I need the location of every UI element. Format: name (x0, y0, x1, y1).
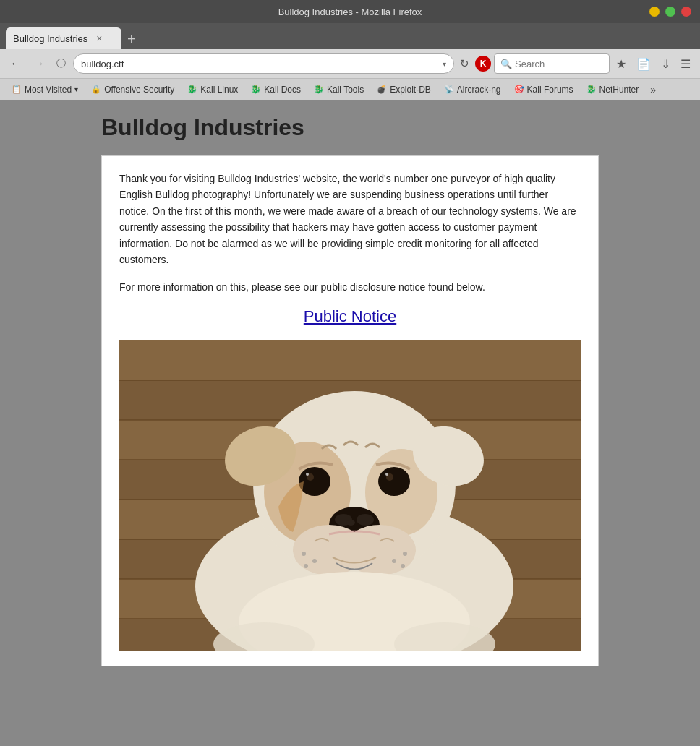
bookmarks-bar: 📋 Most Visited ▾ 🔒 Offensive Security 🐉 … (0, 78, 700, 100)
bookmark-aircrack-label: Aircrack-ng (457, 85, 501, 95)
back-button[interactable]: ← (6, 54, 26, 73)
maximize-button[interactable] (665, 7, 675, 17)
minimize-button[interactable] (649, 7, 660, 17)
download-button[interactable]: ⇓ (657, 54, 674, 74)
forward-button[interactable]: → (29, 54, 49, 73)
close-button[interactable] (681, 7, 691, 17)
most-visited-arrow: ▾ (74, 85, 78, 93)
bookmark-exploit-db-label: Exploit-DB (390, 85, 431, 95)
svg-point-22 (299, 467, 330, 496)
svg-point-30 (357, 514, 374, 526)
reader-view-button[interactable]: 📄 (633, 54, 654, 74)
offensive-security-icon: 🔒 (91, 85, 101, 95)
nav-bar: ← → ⓘ ▾ ↻ K 🔍 ★ 📄 ⇓ ☰ (0, 49, 700, 78)
bookmark-nethunter[interactable]: 🐉 NetHunter (581, 82, 645, 97)
window-title: Bulldog Industries - Mozilla Firefox (278, 7, 422, 17)
svg-point-23 (378, 467, 410, 496)
tab-close-button[interactable]: × (93, 32, 105, 45)
aircrack-icon: 📡 (444, 85, 454, 95)
page-content: Bulldog Industries Thank you for visitin… (0, 114, 700, 732)
content-box: Thank you for visiting Bulldog Industrie… (101, 155, 599, 666)
bookmark-kali-forums[interactable]: 🎯 Kali Forums (508, 82, 579, 97)
tab-label: Bulldog Industries (13, 33, 88, 44)
page-wrapper: Bulldog Industries Thank you for visitin… (0, 100, 700, 746)
svg-point-39 (312, 559, 317, 563)
nethunter-icon: 🐉 (586, 85, 597, 95)
svg-point-41 (403, 552, 407, 556)
svg-point-43 (401, 564, 405, 568)
window-controls (649, 7, 691, 17)
dog-image (119, 340, 581, 651)
search-bar: 🔍 (494, 53, 610, 74)
bookmark-most-visited[interactable]: 📋 Most Visited ▾ (6, 82, 84, 97)
url-dropdown-button[interactable]: ▾ (443, 60, 446, 68)
bookmark-nethunter-label: NetHunter (599, 85, 639, 95)
bookmark-kali-forums-label: Kali Forums (527, 85, 573, 95)
reload-button[interactable]: ↻ (457, 56, 472, 72)
bookmark-kali-tools[interactable]: 🐉 Kali Tools (308, 82, 370, 97)
bookmark-kali-linux[interactable]: 🐉 Kali Linux (182, 82, 244, 97)
bookmark-offensive-security-label: Offensive Security (104, 85, 174, 95)
search-input[interactable] (515, 59, 587, 69)
svg-point-40 (304, 564, 308, 568)
bookmark-kali-tools-label: Kali Tools (327, 85, 364, 95)
info-button[interactable]: ⓘ (52, 56, 70, 72)
svg-point-32 (346, 520, 355, 526)
tab-bar: Bulldog Industries × + (0, 23, 700, 49)
bookmark-offensive-security[interactable]: 🔒 Offensive Security (85, 82, 180, 97)
bookmark-kali-linux-label: Kali Linux (200, 85, 238, 95)
svg-point-26 (306, 473, 309, 476)
kali-linux-icon: 🐉 (187, 85, 197, 95)
bookmark-exploit-db[interactable]: 💣 Exploit-DB (371, 82, 437, 97)
kali-tools-icon: 🐉 (314, 85, 324, 95)
title-bar: Bulldog Industries - Mozilla Firefox (0, 0, 700, 23)
body-text-1: Thank you for visiting Bulldog Industrie… (119, 171, 581, 267)
svg-point-27 (385, 473, 388, 476)
bookmark-kali-docs-label: Kali Docs (264, 85, 301, 95)
search-icon: 🔍 (500, 59, 512, 69)
bookmark-most-visited-label: Most Visited (25, 85, 72, 95)
url-input[interactable] (81, 59, 440, 69)
bookmarks-more-button[interactable]: » (646, 82, 660, 98)
most-visited-icon: 📋 (12, 85, 22, 95)
bulldog-svg (119, 340, 581, 651)
bookmark-kali-docs[interactable]: 🐉 Kali Docs (245, 82, 307, 97)
active-tab[interactable]: Bulldog Industries × (6, 27, 121, 49)
bookmark-star-button[interactable]: ★ (612, 54, 630, 74)
url-bar: ▾ (73, 53, 454, 74)
bookmark-aircrack[interactable]: 📡 Aircrack-ng (438, 82, 507, 97)
body-text-2: For more information on this, please see… (119, 279, 581, 295)
exploit-db-icon: 💣 (377, 85, 387, 95)
public-notice-link[interactable]: Public Notice (119, 307, 581, 326)
menu-button[interactable]: ☰ (677, 54, 694, 74)
kali-logo-icon: K (475, 56, 491, 72)
page-title: Bulldog Industries (101, 114, 599, 141)
kali-forums-icon: 🎯 (514, 85, 524, 95)
svg-point-38 (302, 552, 306, 556)
new-tab-button[interactable]: + (121, 32, 142, 46)
kali-docs-icon: 🐉 (251, 85, 261, 95)
svg-point-42 (392, 559, 396, 563)
svg-rect-1 (119, 340, 581, 380)
